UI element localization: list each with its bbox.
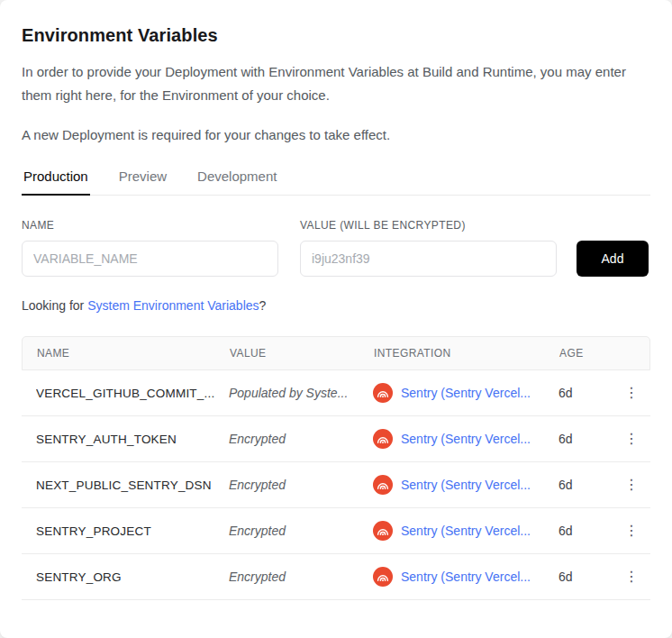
system-env-prefix: Looking for [22, 298, 87, 313]
sentry-icon [373, 383, 393, 403]
add-button[interactable]: Add [577, 241, 649, 277]
variable-name-cell: SENTRY_ORG [36, 570, 229, 584]
system-env-suffix: ? [259, 298, 267, 313]
integration-link[interactable]: Sentry (Sentry Vercel... [401, 432, 531, 446]
row-menu-button[interactable]: ⋮ [621, 566, 642, 588]
table-row: VERCEL_GITHUB_COMMIT_... Populated by Sy… [22, 370, 650, 416]
integration-link[interactable]: Sentry (Sentry Vercel... [401, 478, 531, 492]
variable-name-cell: SENTRY_AUTH_TOKEN [36, 433, 229, 446]
row-menu-button[interactable]: ⋮ [621, 428, 642, 450]
column-header-value: VALUE [230, 347, 374, 360]
row-menu-button[interactable]: ⋮ [621, 520, 642, 542]
column-header-integration: INTEGRATION [374, 347, 559, 360]
integration-link[interactable]: Sentry (Sentry Vercel... [401, 386, 531, 400]
variable-name-cell: NEXT_PUBLIC_SENTRY_DSN [36, 478, 229, 492]
integration-link[interactable]: Sentry (Sentry Vercel... [401, 570, 531, 584]
table-row: SENTRY_PROJECT Encrypted Sentry (Sentry … [22, 508, 650, 554]
sentry-icon [373, 475, 393, 495]
description-text: In order to provide your Deployment with… [22, 60, 634, 107]
tab-development[interactable]: Development [195, 165, 278, 195]
system-env-line: Looking for System Environment Variables… [22, 298, 650, 313]
name-field-group: NAME [22, 219, 278, 277]
page-title: Environment Variables [22, 25, 650, 46]
table-row: NEXT_PUBLIC_SENTRY_DSN Encrypted Sentry … [22, 462, 650, 508]
column-header-age: AGE [559, 347, 613, 360]
environment-tabs: Production Preview Development [22, 165, 650, 196]
age-cell: 6d [558, 478, 613, 492]
table-body: VERCEL_GITHUB_COMMIT_... Populated by Sy… [22, 370, 650, 600]
variable-value-cell: Populated by Syste... [229, 386, 373, 400]
variable-name-input[interactable] [22, 241, 278, 277]
table-header-row: NAME VALUE INTEGRATION AGE [22, 336, 650, 370]
integration-link[interactable]: Sentry (Sentry Vercel... [401, 524, 531, 538]
row-menu-button[interactable]: ⋮ [621, 474, 642, 496]
variable-value-cell: Encrypted [229, 524, 373, 538]
integration-cell: Sentry (Sentry Vercel... [373, 475, 558, 495]
value-field-label: VALUE (WILL BE ENCRYPTED) [300, 219, 557, 232]
deployment-note-text: A new Deployment is required for your ch… [22, 125, 650, 145]
age-cell: 6d [558, 570, 613, 584]
integration-cell: Sentry (Sentry Vercel... [373, 383, 558, 403]
sentry-icon [373, 567, 393, 587]
integration-cell: Sentry (Sentry Vercel... [373, 429, 558, 449]
age-cell: 6d [558, 524, 613, 538]
table-row: SENTRY_AUTH_TOKEN Encrypted Sentry (Sent… [22, 416, 650, 462]
variable-value-cell: Encrypted [229, 570, 373, 584]
value-field-group: VALUE (WILL BE ENCRYPTED) [300, 219, 557, 277]
column-header-name: NAME [37, 347, 230, 360]
variable-value-cell: Encrypted [229, 432, 373, 446]
name-field-label: NAME [22, 219, 278, 232]
tab-production[interactable]: Production [22, 165, 90, 195]
variable-name-cell: SENTRY_PROJECT [36, 524, 229, 538]
add-variable-form: NAME VALUE (WILL BE ENCRYPTED) Add [22, 219, 650, 277]
age-cell: 6d [558, 432, 613, 446]
sentry-icon [373, 521, 393, 541]
row-menu-button[interactable]: ⋮ [621, 382, 642, 404]
variable-value-cell: Encrypted [229, 478, 373, 492]
environment-variables-panel: Environment Variables In order to provid… [0, 0, 672, 638]
variable-name-cell: VERCEL_GITHUB_COMMIT_... [36, 387, 229, 400]
tab-preview[interactable]: Preview [117, 165, 168, 195]
age-cell: 6d [558, 386, 613, 400]
sentry-icon [373, 429, 393, 449]
variable-value-input[interactable] [300, 241, 557, 277]
integration-cell: Sentry (Sentry Vercel... [373, 567, 558, 587]
system-env-variables-link[interactable]: System Environment Variables [87, 298, 259, 313]
integration-cell: Sentry (Sentry Vercel... [373, 521, 558, 541]
table-row: SENTRY_ORG Encrypted Sentry (Sentry Verc… [22, 554, 650, 600]
env-variables-table: NAME VALUE INTEGRATION AGE VERCEL_GITHUB… [22, 336, 650, 600]
